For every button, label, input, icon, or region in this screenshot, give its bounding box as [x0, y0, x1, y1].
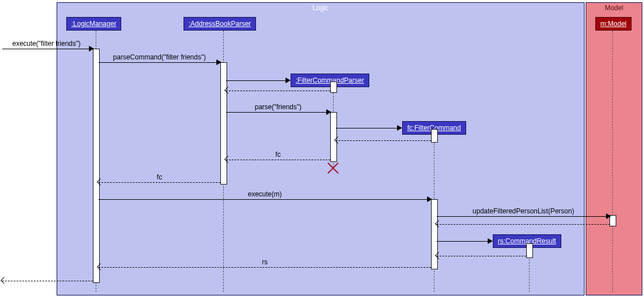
activation-command-result: [526, 243, 533, 258]
msg-update-list-label: updateFilteredPersonList(Person): [472, 207, 574, 215]
frame-model-title: Model: [605, 4, 624, 12]
msg-return-rs-label: rs: [262, 258, 268, 266]
activation-fc-parser-2: [330, 112, 337, 162]
msg-execute-label: execute("filter friends"): [12, 40, 81, 48]
activation-logic-manager: [93, 49, 100, 283]
msg-parse-command-label: parseCommand("filter friends"): [113, 53, 206, 61]
activation-filter-command-1: [431, 129, 438, 143]
msg-parse-friends-label: parse("friends"): [255, 103, 302, 111]
destroy-fc-parser-icon: [327, 162, 339, 174]
msg-return-fc1-label: fc: [275, 151, 280, 158]
frame-model: Model: [586, 2, 642, 295]
msg-execute-m-label: execute(m): [248, 190, 282, 198]
sequence-diagram: Logic Model :LogicManager :AddressBookPa…: [0, 0, 644, 296]
lifeline-model: [612, 31, 613, 292]
participant-model: m:Model: [595, 17, 632, 31]
activation-filter-command-2: [431, 199, 438, 269]
frame-logic-title: Logic: [313, 4, 329, 12]
participant-logic-manager: :LogicManager: [66, 17, 121, 31]
activation-fc-parser-1: [330, 81, 337, 93]
msg-return-fc2-label: fc: [157, 173, 162, 181]
frame-logic: Logic: [57, 2, 585, 295]
participant-ab-parser: :AddressBookParser: [184, 17, 256, 31]
